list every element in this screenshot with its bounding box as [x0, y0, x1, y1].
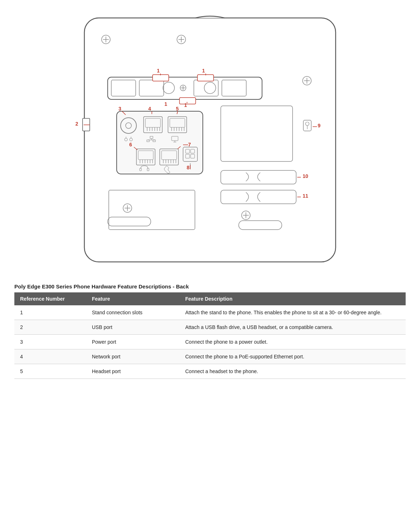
col-header-feature: Feature [86, 292, 179, 305]
description-cell: Attach the stand to the phone. This enab… [179, 305, 406, 320]
table-row: 4Network portConnect the phone to a PoE-… [14, 349, 406, 364]
svg-text:3: 3 [118, 106, 121, 112]
table-row: 2USB portAttach a USB flash drive, a USB… [14, 320, 406, 335]
table-header-row: Reference Number Feature Feature Descrip… [14, 292, 406, 305]
ref-number-cell: 3 [14, 335, 86, 349]
description-cell: Attach a USB flash drive, a USB headset,… [179, 320, 406, 335]
svg-text:1: 1 [164, 101, 167, 107]
svg-text:11: 11 [303, 193, 308, 199]
ref-number-cell: 2 [14, 320, 86, 335]
table-row: 5Headset portConnect a headset to the ph… [14, 364, 406, 379]
ref-number-cell: 4 [14, 349, 86, 364]
svg-text:9: 9 [318, 123, 321, 128]
svg-text:1: 1 [184, 102, 187, 108]
description-cell: Connect a headset to the phone. [179, 364, 406, 379]
phone-back-diagram: 1 1 1 2 3 4 1 5 6 [70, 14, 350, 273]
svg-text:8: 8 [187, 165, 190, 170]
table-section: Poly Edge E300 Series Phone Hardware Fea… [14, 283, 406, 379]
description-cell: Connect the phone to a power outlet. [179, 335, 406, 349]
ref-number-cell: 5 [14, 364, 86, 379]
diagram-area: 1 1 1 2 3 4 1 5 6 [14, 7, 406, 280]
ref-number-cell: 1 [14, 305, 86, 320]
svg-text:1: 1 [202, 68, 205, 74]
table-row: 1Stand connection slotsAttach the stand … [14, 305, 406, 320]
svg-text:5: 5 [176, 106, 179, 112]
table-title: Poly Edge E300 Series Phone Hardware Fea… [14, 283, 406, 290]
table-row: 3Power portConnect the phone to a power … [14, 335, 406, 349]
svg-text:1: 1 [157, 68, 160, 74]
svg-text:4: 4 [148, 106, 151, 112]
svg-rect-26 [153, 75, 169, 81]
page-container: 1 1 1 2 3 4 1 5 6 [0, 0, 420, 386]
feature-cell: Stand connection slots [86, 305, 179, 320]
feature-cell: Power port [86, 335, 179, 349]
svg-text:6: 6 [129, 142, 132, 147]
svg-rect-28 [179, 98, 196, 104]
description-cell: Connect the phone to a PoE-supported Eth… [179, 349, 406, 364]
col-header-description: Feature Description [179, 292, 406, 305]
svg-text:2: 2 [75, 121, 78, 127]
svg-rect-27 [197, 75, 214, 81]
col-header-ref: Reference Number [14, 292, 86, 305]
feature-cell: Headset port [86, 364, 179, 379]
feature-cell: USB port [86, 320, 179, 335]
svg-text:—7: —7 [183, 142, 191, 147]
features-table: Reference Number Feature Feature Descrip… [14, 292, 406, 379]
svg-text:10: 10 [303, 173, 308, 179]
feature-cell: Network port [86, 349, 179, 364]
